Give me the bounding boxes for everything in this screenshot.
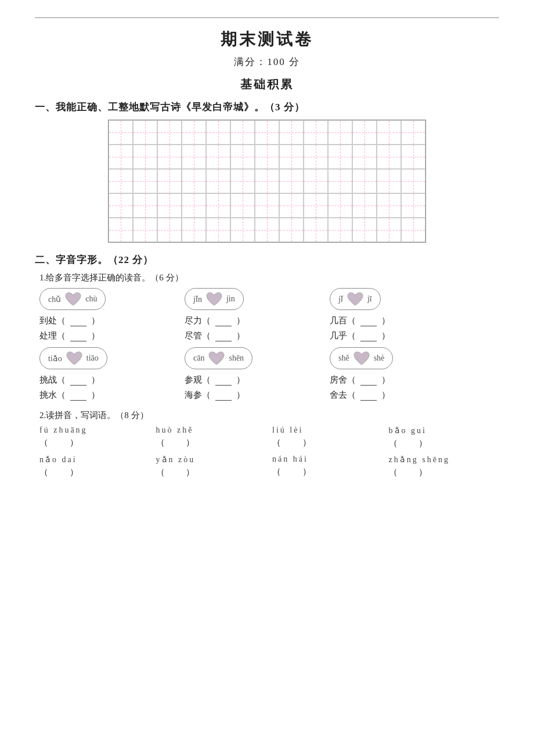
grid-cell[interactable] [255,193,279,218]
grid-cell[interactable] [109,218,133,242]
grid-cell[interactable] [279,169,304,193]
grid-cell[interactable] [230,145,255,169]
grid-cell[interactable] [206,145,230,169]
grid-cell[interactable] [230,120,255,145]
pinyin-blank-3[interactable]: （ ） [389,438,429,449]
grid-cell[interactable] [133,145,157,169]
grid-cell[interactable] [255,218,279,242]
grid-cell[interactable] [401,120,425,145]
fill-blanks-2: 几百（） 几乎（） [330,315,390,341]
pinyin-blank-6[interactable]: （ ） [272,466,312,477]
fill-row-0-1: 处理（） [39,330,100,341]
grid-cell[interactable] [377,120,401,145]
grid-cell[interactable] [157,218,182,242]
grid-cell[interactable] [279,193,304,218]
q2-title: 二、字音字形。（22 分） [35,253,499,267]
pronun-group-0: chǔ chù 到处（） 处理（） [39,288,156,341]
grid-cell[interactable] [230,218,255,242]
grid-cell[interactable] [328,145,352,169]
grid-cell[interactable] [182,145,206,169]
grid-cell[interactable] [157,145,182,169]
pronun-row1: chǔ chù 到处（） 处理（） jǐn [39,288,499,341]
grid-cell[interactable] [328,120,352,145]
grid-cell[interactable] [279,218,304,242]
pinyin-item-3: bǎo guì （ ） [389,426,500,449]
pinyin-item-0: fú zhuāng （ ） [39,426,150,449]
grid-cell[interactable] [352,193,377,218]
grid-cell[interactable] [157,193,182,218]
grid-cell[interactable] [352,218,377,242]
pinyin-text-6: nán hái [272,455,308,464]
grid-cell[interactable] [279,145,304,169]
grid-cell[interactable] [304,193,328,218]
grid-cell[interactable] [230,193,255,218]
grid-cell[interactable] [255,120,279,145]
writing-grid-container [35,120,499,243]
choice-box-2[interactable]: jǐ jī [330,288,381,310]
pinyin-text-2: liú lèi [272,426,303,435]
grid-cell[interactable] [109,169,133,193]
grid-cell[interactable] [133,169,157,193]
pinyin-blank-4[interactable]: （ ） [39,467,80,478]
grid-cell[interactable] [352,120,377,145]
grid-cell[interactable] [279,120,304,145]
grid-cell[interactable] [401,145,425,169]
choice-box-0[interactable]: chǔ chù [39,288,106,310]
pinyin-blank-5[interactable]: （ ） [156,467,196,478]
pronun-group-3: tiǎo tiāo 挑战（） 挑水（） [39,347,156,401]
pinyin-blank-1[interactable]: （ ） [156,437,196,448]
pronun-group-4: cān shēn 参观（） 海参（） [185,347,301,401]
top-divider [35,17,499,18]
choice-box-3[interactable]: tiǎo tiāo [39,347,107,369]
grid-cell[interactable] [328,193,352,218]
grid-cell[interactable] [133,193,157,218]
grid-cell[interactable] [377,218,401,242]
grid-cell[interactable] [328,169,352,193]
grid-cell[interactable] [206,218,230,242]
grid-cell[interactable] [182,120,206,145]
pinyin-blank-0[interactable]: （ ） [39,437,80,448]
grid-cell[interactable] [304,218,328,242]
grid-cell[interactable] [401,169,425,193]
choice-box-5[interactable]: shě shè [330,347,393,369]
q2-sub2-title: 2.读拼音，写词语。（8 分） [39,410,499,421]
grid-cell[interactable] [352,145,377,169]
grid-cell[interactable] [255,145,279,169]
grid-cell[interactable] [377,169,401,193]
grid-cell[interactable] [109,193,133,218]
grid-cell[interactable] [401,218,425,242]
grid-cell[interactable] [133,218,157,242]
grid-cell[interactable] [352,169,377,193]
choice-left-1: jǐn [193,294,202,304]
grid-cell[interactable] [377,193,401,218]
fill-row-5-0: 房舍（） [330,374,390,386]
grid-cell[interactable] [206,169,230,193]
grid-cell[interactable] [304,120,328,145]
grid-cell[interactable] [255,169,279,193]
pinyin-blank-2[interactable]: （ ） [272,437,312,448]
grid-cell[interactable] [182,218,206,242]
grid-cell[interactable] [206,120,230,145]
pinyin-blank-7[interactable]: （ ） [389,467,429,478]
grid-cell[interactable] [182,193,206,218]
pinyin-text-1: huò zhě [156,426,194,435]
grid-cell[interactable] [157,120,182,145]
pinyin-item-7: zhǎng shēng （ ） [389,455,500,478]
choice-box-1[interactable]: jǐn jìn [185,288,244,310]
grid-cell[interactable] [109,120,133,145]
grid-cell[interactable] [109,145,133,169]
grid-cell[interactable] [133,120,157,145]
grid-cell[interactable] [206,193,230,218]
grid-cell[interactable] [328,218,352,242]
grid-cell[interactable] [182,169,206,193]
grid-cell[interactable] [377,145,401,169]
grid-cell[interactable] [230,169,255,193]
fill-row-1-0: 尽力（） [185,315,245,326]
writing-grid[interactable] [108,120,426,243]
choice-box-4[interactable]: cān shēn [185,347,252,369]
pronun-row2: tiǎo tiāo 挑战（） 挑水（） cān [39,347,499,401]
grid-cell[interactable] [401,193,425,218]
grid-cell[interactable] [304,169,328,193]
grid-cell[interactable] [157,169,182,193]
grid-cell[interactable] [304,145,328,169]
